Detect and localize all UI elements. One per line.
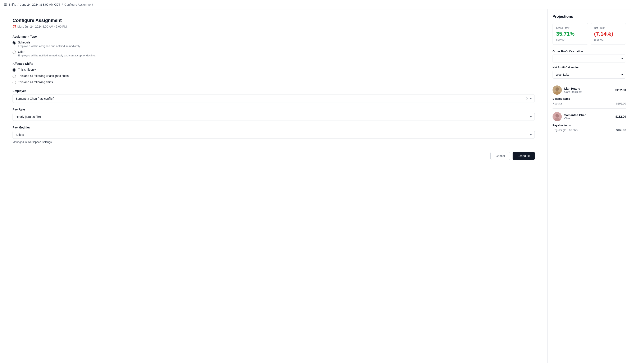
- gross-calc-section: Gross Profit Calcuation ▾: [553, 50, 626, 62]
- this-and-following-unassigned-option[interactable]: This and all following unassigned shifts: [13, 74, 535, 78]
- page-title: Configure Assignment: [13, 18, 535, 23]
- offer-desc: Employee will be notified immediately an…: [18, 54, 96, 57]
- pay-modifier-select-icons: ▾: [530, 133, 532, 136]
- lian-name: Lian Huang: [564, 87, 613, 90]
- pay-rate-label: Pay Rate: [13, 108, 535, 111]
- current-page-label: Configure Assignment: [64, 3, 93, 6]
- samantha-info: Samantha Chen CNA: [564, 114, 613, 120]
- net-calc-chevron-icon: ▾: [621, 73, 623, 76]
- pay-modifier-value: Select: [16, 133, 530, 136]
- this-and-following-option[interactable]: This and all following shifts: [13, 80, 535, 84]
- lian-amount: $252.00: [615, 88, 626, 92]
- profit-cards: Gross Profit 35.71% $90.00 Net Profit (7…: [553, 23, 626, 45]
- net-calc-value: West Lake: [556, 73, 569, 76]
- payable-regular-label: Regular ($18.00 / hr): [553, 128, 578, 132]
- assignment-type-group: Assignment Type Schedule Employee will b…: [13, 35, 535, 57]
- net-calc-section: Net Profit Calcuation West Lake ▾: [553, 66, 626, 78]
- employee-field-group: Employee Samantha Chen (has conflict) ✕ …: [13, 89, 535, 103]
- employee-dropdown[interactable]: Samantha Chen (has conflict) ✕ ▾: [13, 94, 535, 103]
- net-calc-dropdown[interactable]: West Lake ▾: [553, 71, 626, 78]
- gross-profit-amount: $90.00: [556, 38, 584, 41]
- employee-label: Employee: [13, 89, 535, 92]
- managed-in-text: Managed in Workspace Settings: [13, 140, 535, 144]
- this-shift-only-radio[interactable]: [13, 68, 16, 72]
- projections-title: Projections: [553, 14, 626, 19]
- lian-role: Care Recipient: [564, 90, 613, 94]
- payable-regular-row: Regular ($18.00 / hr) $162.00: [553, 128, 626, 132]
- gross-calc-chevron-icon: ▾: [621, 57, 623, 60]
- net-profit-percent: (7.14%): [594, 31, 623, 37]
- pay-rate-field-group: Pay Rate Hourly ($18.00 / hr) ▾: [13, 108, 535, 121]
- net-profit-card: Net Profit (7.14%) ($18.00): [591, 23, 626, 45]
- menu-icon[interactable]: ☰: [4, 3, 7, 6]
- offer-label: Offer: [18, 50, 96, 54]
- pay-modifier-label: Pay Modifier: [13, 126, 535, 129]
- top-nav: ☰ Shifts / June 24, 2024 at 8:00 AM CDT …: [0, 0, 631, 10]
- date-row: ⏰ Mon, Jun 24, 2024 8:00 AM - 5:00 PM: [13, 25, 535, 28]
- cancel-button[interactable]: Cancel: [490, 152, 510, 160]
- gross-profit-percent: 35.71%: [556, 31, 584, 37]
- this-and-following-radio[interactable]: [13, 81, 16, 84]
- samantha-role: CNA: [564, 117, 613, 120]
- employee-select-icons: ✕ ▾: [526, 96, 532, 100]
- billable-regular-label: Regular: [553, 102, 562, 105]
- net-profit-label: Net Profit: [594, 26, 623, 30]
- left-content: Configure Assignment ⏰ Mon, Jun 24, 2024…: [0, 10, 547, 363]
- payable-regular-amount: $162.00: [616, 128, 626, 132]
- pay-rate-select-icons: ▾: [530, 115, 532, 118]
- payable-items-label: Payable Items: [553, 124, 626, 127]
- pay-rate-value: Hourly ($18.00 / hr): [16, 115, 530, 118]
- shifts-nav-link[interactable]: Shifts: [9, 3, 16, 6]
- schedule-label: Schedule: [18, 41, 81, 44]
- this-shift-only-label: This shift only: [18, 68, 36, 71]
- assignment-type-label: Assignment Type: [13, 35, 535, 38]
- offer-option[interactable]: Offer Employee will be notified immediat…: [13, 50, 535, 57]
- button-row: Cancel Schedule: [13, 152, 535, 160]
- main-layout: Configure Assignment ⏰ Mon, Jun 24, 2024…: [0, 10, 631, 363]
- lian-info: Lian Huang Care Recipient: [564, 87, 613, 94]
- affected-shifts-label: Affected Shifts: [13, 62, 535, 66]
- samantha-avatar: [553, 112, 562, 121]
- right-panel: Projections Gross Profit 35.71% $90.00 N…: [547, 10, 631, 363]
- lian-section: Lian Huang Care Recipient $252.00 Billab…: [553, 86, 626, 105]
- billable-regular-row: Regular $252.00: [553, 102, 626, 105]
- billable-regular-amount: $252.00: [616, 102, 626, 105]
- schedule-desc: Employee will be assigned and notified i…: [18, 44, 81, 48]
- employee-chevron-icon[interactable]: ▾: [530, 97, 532, 100]
- employee-value: Samantha Chen (has conflict): [16, 97, 526, 100]
- this-and-following-label: This and all following shifts: [18, 80, 53, 84]
- lian-avatar-image: [553, 86, 562, 95]
- billable-items-label: Billable Items: [553, 97, 626, 100]
- nav-separator-2: /: [62, 3, 63, 6]
- svg-point-4: [555, 114, 559, 118]
- date-range-label: Mon, Jun 24, 2024 8:00 AM - 5:00 PM: [17, 25, 67, 28]
- pay-modifier-dropdown[interactable]: Select ▾: [13, 131, 535, 139]
- lian-avatar: [553, 86, 562, 95]
- pay-modifier-field-group: Pay Modifier Select ▾ Managed in Workspa…: [13, 126, 535, 144]
- pay-rate-chevron-icon[interactable]: ▾: [530, 115, 532, 118]
- gross-profit-card: Gross Profit 35.71% $90.00: [553, 23, 588, 45]
- this-and-following-unassigned-radio[interactable]: [13, 74, 16, 78]
- schedule-button[interactable]: Schedule: [513, 152, 535, 160]
- date-nav-link[interactable]: June 24, 2024 at 8:00 AM CDT: [20, 3, 60, 6]
- this-shift-only-option[interactable]: This shift only: [13, 68, 535, 72]
- samantha-avatar-image: [553, 112, 562, 121]
- svg-point-1: [555, 87, 559, 91]
- pay-rate-dropdown[interactable]: Hourly ($18.00 / hr) ▾: [13, 113, 535, 121]
- net-calc-label: Net Profit Calcuation: [553, 66, 626, 69]
- workspace-settings-link[interactable]: Workspace Settings: [28, 140, 52, 144]
- divider-2: [553, 108, 626, 109]
- gross-calc-label: Gross Profit Calcuation: [553, 50, 626, 53]
- samantha-section: Samantha Chen CNA $162.00 Payable Items …: [553, 112, 626, 132]
- this-and-following-unassigned-label: This and all following unassigned shifts: [18, 74, 69, 78]
- schedule-radio[interactable]: [13, 41, 16, 44]
- lian-header: Lian Huang Care Recipient $252.00: [553, 86, 626, 95]
- schedule-option[interactable]: Schedule Employee will be assigned and n…: [13, 41, 535, 48]
- clear-employee-icon[interactable]: ✕: [526, 96, 528, 100]
- gross-calc-dropdown[interactable]: ▾: [553, 54, 626, 62]
- samantha-name: Samantha Chen: [564, 114, 613, 117]
- gross-profit-label: Gross Profit: [556, 26, 584, 30]
- samantha-amount: $162.00: [615, 115, 626, 118]
- offer-radio[interactable]: [13, 50, 16, 54]
- pay-modifier-chevron-icon[interactable]: ▾: [530, 133, 532, 136]
